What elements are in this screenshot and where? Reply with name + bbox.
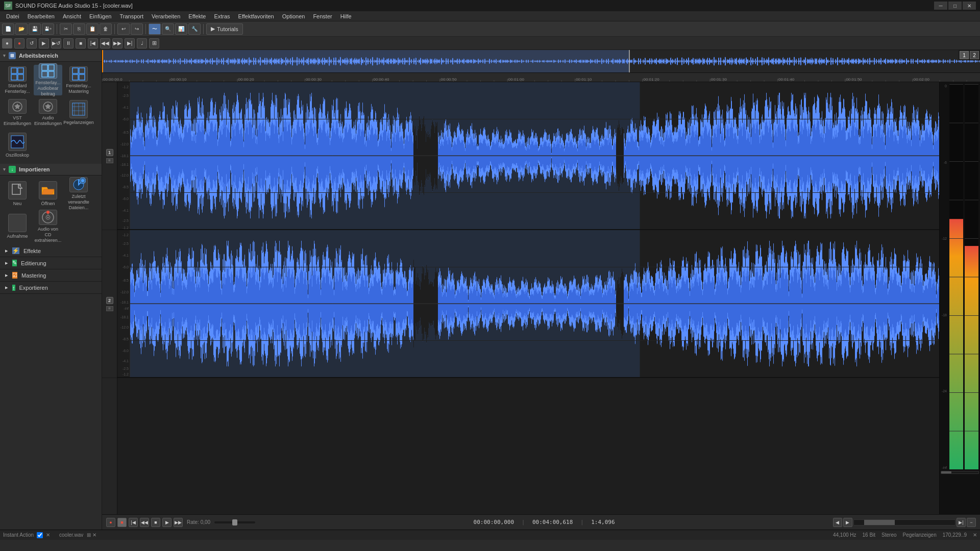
transport-stop[interactable]: ■ [76, 38, 86, 48]
section-exportieren[interactable]: ▸ ↑ Exportieren [0, 282, 102, 294]
section-effekte[interactable]: ▸ ⚡ Effekte [0, 245, 102, 257]
toolbar-delete[interactable]: 🗑 [100, 23, 112, 35]
menu-hilfe[interactable]: Hilfe [336, 11, 356, 21]
transport-extra[interactable]: ⊞ [149, 38, 159, 48]
rate-thumb[interactable] [232, 519, 237, 525]
minimize-button[interactable]: ─ [934, 2, 947, 10]
standard-icon-box [8, 66, 27, 82]
bt-play[interactable]: ▶ [162, 518, 172, 527]
toolbar-zoom-waveform[interactable]: 〜 [149, 23, 161, 35]
bt-scroll-end[interactable]: ▶| [957, 518, 966, 527]
panel-cd[interactable]: Audio von CD extrahieren... [34, 211, 62, 242]
transport-loop[interactable]: ↺ [27, 38, 37, 48]
panel-audio-settings[interactable]: Audio Einstellungen [34, 97, 62, 128]
menu-bearbeiten[interactable]: Bearbeiten [23, 11, 59, 21]
menu-ansicht[interactable]: Ansicht [59, 11, 85, 21]
track1-label: 1 ≡ [102, 82, 117, 230]
toolbar-new[interactable]: 📄 [2, 23, 14, 35]
panel-related[interactable]: Zuletzt verwandte Dateien... [64, 179, 93, 209]
transport-forward[interactable]: ▶▶ [112, 38, 122, 48]
track2-number-btn[interactable]: 2 [106, 297, 113, 304]
transport-metronome[interactable]: ♩ [137, 38, 147, 48]
panel-neu[interactable]: Neu [3, 179, 32, 209]
bt-stop-red[interactable]: ■ [117, 518, 127, 527]
toolbar-normalize[interactable]: 📊 [175, 23, 187, 35]
transport-loop-toggle[interactable]: ● [2, 38, 12, 48]
bt-stop[interactable]: ■ [151, 518, 160, 527]
toolbar-undo[interactable]: ↩ [117, 23, 130, 35]
section-importieren-header[interactable]: ▾ ↓ Importieren [0, 164, 102, 176]
menu-effektfavoriten[interactable]: Effektfavoriten [234, 11, 278, 21]
exportieren-expand-icon: ▸ [5, 284, 8, 291]
panel-vst[interactable]: VST Einstellungen [3, 97, 32, 128]
menu-transport[interactable]: Transport [115, 11, 148, 21]
panel-mastering[interactable]: Fensterlay... Mastering [64, 65, 93, 95]
instant-action-close[interactable]: ✕ [46, 532, 50, 538]
exportieren-label: Exportieren [19, 285, 48, 291]
menu-fenster[interactable]: Fenster [309, 11, 336, 21]
toolbar-redo[interactable]: ↪ [131, 23, 143, 35]
bt-scroll-right[interactable]: ▶ [843, 518, 852, 527]
panel-audiobear[interactable]: Fensterlay... Audiobear beitrag [34, 65, 62, 95]
track1-number-btn[interactable]: 1 [106, 149, 113, 156]
menu-optionen[interactable]: Optionen [278, 11, 309, 21]
toolbar-copy[interactable]: ⎘ [73, 23, 85, 35]
svg-point-31 [47, 217, 49, 218]
panel-standard-fenster[interactable]: Standard Fensterlay... [3, 65, 32, 95]
importieren-grid: Neu Öffnen [0, 176, 102, 245]
transport-next[interactable]: ▶| [125, 38, 135, 48]
svg-point-32 [46, 211, 50, 214]
bt-record[interactable]: ● [106, 518, 115, 527]
transport-play[interactable]: ▶ [39, 38, 49, 48]
pegelanzeigen-close[interactable]: ✕ [973, 532, 977, 538]
related-label: Zuletzt verwandte Dateien... [66, 194, 91, 210]
mastering-section-icon: ☑ [12, 272, 17, 279]
pegelanzeigen-status[interactable]: Pegelanzeigen [903, 532, 937, 538]
panel-oeffnen[interactable]: Öffnen [34, 179, 62, 209]
tab-2[interactable]: 2 [970, 51, 979, 59]
panel-oszilloskop[interactable]: Oszilloskop [3, 130, 32, 161]
transport-rewind[interactable]: ◀◀ [100, 38, 110, 48]
bt-forward[interactable]: ▶▶ [174, 518, 183, 527]
vu-scroll[interactable] [941, 470, 979, 474]
file-tab[interactable]: cooler.wav ⊞ ✕ [59, 532, 96, 538]
track2-mini-btn[interactable]: ≡ [106, 306, 113, 311]
transport-record[interactable]: ● [14, 38, 24, 48]
transport-pause[interactable]: ⏸ [63, 38, 74, 48]
vu-labels-left: 0 -6 -12 -18 -24 -inf [941, 84, 947, 469]
instant-action-checkbox[interactable] [37, 532, 43, 538]
panel-pegel[interactable]: Pegelanzeigen [64, 97, 93, 128]
bt-zoom-out[interactable]: − [967, 518, 976, 527]
section-arbeitsbereich-header[interactable]: ▾ ⊞ Arbeitsbereich [0, 50, 102, 62]
close-button[interactable]: ✕ [963, 2, 976, 10]
panel-aufnahme[interactable]: Aufnahme [3, 211, 32, 242]
menu-effekte[interactable]: Effekte [184, 11, 210, 21]
menu-datei[interactable]: Datei [2, 11, 23, 21]
transport-prev[interactable]: |◀ [88, 38, 98, 48]
toolbar-cut[interactable]: ✂ [60, 23, 72, 35]
bt-skip-start[interactable]: |◀ [129, 518, 138, 527]
rate-slider[interactable] [214, 521, 255, 523]
toolbar-paste[interactable]: 📋 [86, 23, 99, 35]
toolbar-save[interactable]: 💾 [29, 23, 41, 35]
svg-rect-9 [79, 68, 85, 73]
menu-extras[interactable]: Extras [210, 11, 234, 21]
menu-einfuegen[interactable]: Einfügen [85, 11, 115, 21]
overview-bar[interactable]: 1 2 [102, 50, 980, 73]
bt-scroll-left[interactable]: ◀ [833, 518, 842, 527]
tutorials-button[interactable]: ▶ Tutorials [206, 23, 243, 35]
menu-verarbeiten[interactable]: Verarbeiten [148, 11, 184, 21]
transport-play-loop[interactable]: ▶↺ [51, 38, 61, 48]
toolbar-open[interactable]: 📂 [15, 23, 28, 35]
horizontal-scrollbar[interactable] [853, 519, 955, 525]
toolbar-saveas[interactable]: 💾+ [42, 23, 54, 35]
tab-1[interactable]: 1 [960, 51, 969, 59]
track1-mini-btn[interactable]: ≡ [106, 158, 113, 163]
section-mastering[interactable]: ▸ ☑ Mastering [0, 269, 102, 282]
toolbar-zoom-in[interactable]: 🔍 [162, 23, 174, 35]
bt-rewind[interactable]: ◀◀ [140, 518, 149, 527]
restore-button[interactable]: □ [948, 2, 962, 10]
section-editierung[interactable]: ▸ ✎ Editierung [0, 257, 102, 269]
toolbar-snap[interactable]: 🔧 [188, 23, 201, 35]
file-tab-close[interactable]: ✕ [92, 532, 96, 538]
